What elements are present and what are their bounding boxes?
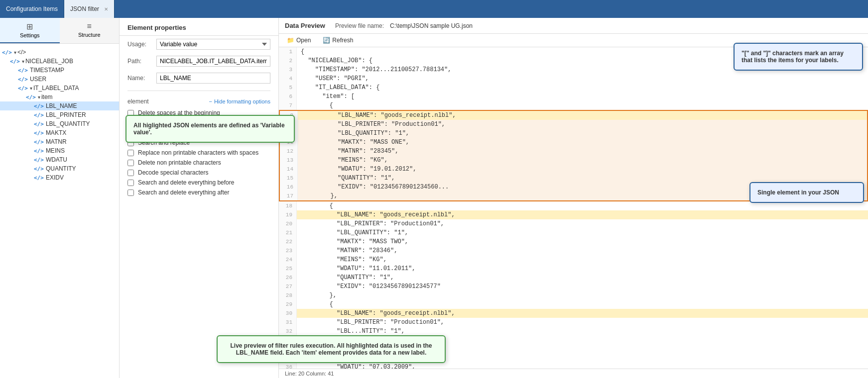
line-num-14: 14 — [280, 165, 298, 174]
refresh-button[interactable]: 🔄 Refresh — [321, 36, 355, 45]
line-content-21: "LBL_QUANTITY": "1", — [297, 228, 408, 237]
tree-item-meins[interactable]: </>MEINS — [0, 146, 119, 155]
line-content-23: "MATNR": "28346", — [297, 246, 397, 255]
line-num-30: 30 — [279, 309, 297, 318]
line-num-13: 13 — [280, 156, 298, 165]
tree-item-nicelabel-job[interactable]: </>▾NICELABEL_JOB — [0, 57, 119, 66]
tree-item-lbl-name[interactable]: </>LBL_NAME — [0, 101, 119, 110]
tree-item-timestamp[interactable]: </>TIMESTAMP — [0, 66, 119, 75]
tab-json-filter[interactable]: JSON filter ✕ — [64, 0, 115, 18]
line-num-25: 25 — [279, 264, 297, 273]
tree-item-item[interactable]: </>▾item — [0, 93, 119, 101]
expand-icon-it-label-data[interactable]: ▾ — [30, 86, 32, 91]
tree-item-lbl-quantity[interactable]: </>LBL_QUANTITY — [0, 119, 119, 128]
tab-structure[interactable]: ≡ Structure — [60, 18, 120, 43]
tree-label-meins: MEINS — [46, 147, 65, 154]
tree-item-it-label-data[interactable]: </>▾IT_LABEL_DATA — [0, 84, 119, 93]
code-line-28: 28 }, — [279, 291, 868, 300]
line-content-30: "LBL_NAME": "goods_receipt.nlbl", — [297, 309, 455, 318]
preview-header: Data Preview Preview file name: C:\temp\… — [279, 18, 868, 34]
element-properties-title: Element properties — [120, 18, 278, 36]
usage-group: Usage: Variable value Fixed value None — [120, 36, 278, 53]
line-content-8: "LBL_NAME": "goods_receipt.nlbl", — [298, 111, 456, 120]
line-num-2: 2 — [279, 56, 297, 65]
tab-settings[interactable]: ⊞ Settings — [0, 18, 60, 43]
tag-icon-item: </> — [26, 94, 36, 100]
code-line-29: 29 { — [279, 300, 868, 309]
line-num-29: 29 — [279, 300, 297, 309]
code-area[interactable]: 1{2 "NICELABEL_JOB": {3 "TIMESTAMP": "20… — [279, 47, 868, 369]
tree-item-exidv[interactable]: </>EXIDV — [0, 173, 119, 182]
checkbox-label-search-delete-after: Search and delete everything after — [138, 189, 229, 196]
name-label: Name: — [127, 75, 152, 82]
checkbox-search-delete-before[interactable] — [127, 180, 134, 186]
tab-config-items[interactable]: Configuration Items — [0, 0, 64, 18]
hide-formatting-label: Hide formatting options — [214, 98, 270, 104]
tree-item-quantity[interactable]: </>QUANTITY — [0, 164, 119, 173]
settings-icon: ⊞ — [26, 22, 33, 31]
checkbox-replace-non-printable-spaces[interactable] — [127, 150, 134, 156]
tree-item-user[interactable]: </>USER — [0, 75, 119, 84]
path-input[interactable] — [156, 56, 270, 67]
line-num-21: 21 — [279, 228, 297, 237]
checkbox-row-delete-non-printable: Delete non printable characters — [120, 158, 278, 168]
line-content-9: "LBL_PRINTER": "Production01", — [298, 120, 445, 129]
tree-item-lbl-printer[interactable]: </>LBL_PRINTER — [0, 110, 119, 119]
line-num-19: 19 — [279, 210, 297, 219]
open-button[interactable]: 📁 Open — [285, 36, 313, 45]
name-input[interactable] — [156, 73, 270, 84]
code-line-8: 8 "LBL_NAME": "goods_receipt.nlbl", — [279, 110, 868, 120]
main-wrapper: ⊞ Settings ≡ Structure </>▾</></>▾NICELA… — [0, 18, 868, 378]
tree-item-wdatu[interactable]: </>WDATU — [0, 155, 119, 164]
line-content-14: "WDATU": "19.01.2012", — [298, 165, 416, 174]
expand-icon-item[interactable]: ▾ — [38, 94, 40, 100]
callout-highlighted: All higlighted JSON elements are defined… — [125, 115, 295, 143]
tree-item-root[interactable]: </>▾</> — [0, 48, 119, 57]
line-content-28: }, — [297, 291, 337, 300]
checkbox-search-delete-after[interactable] — [127, 189, 134, 196]
callout-single-element: Single element in your JSON — [749, 182, 864, 203]
code-line-11: 11 "MAKTX": "MASS ONE", — [279, 138, 868, 147]
tag-icon-maktx: </> — [34, 130, 44, 136]
code-line-12: 12 "MATNR": "28345", — [279, 147, 868, 156]
callout-array-text: "[" and "]" characters mark an array tha… — [742, 50, 844, 64]
tree-label-maktx: MAKTX — [46, 129, 66, 136]
hide-formatting-btn[interactable]: − Hide formatting options — [209, 98, 270, 104]
code-line-9: 9 "LBL_PRINTER": "Production01", — [279, 120, 868, 129]
usage-select[interactable]: Variable value Fixed value None — [156, 39, 270, 50]
checkbox-decode-special[interactable] — [127, 170, 134, 176]
checkbox-delete-non-printable[interactable] — [127, 160, 134, 166]
line-content-7: { — [297, 101, 333, 110]
checkbox-label-delete-non-printable: Delete non printable characters — [138, 159, 221, 166]
left-panel-tabs: ⊞ Settings ≡ Structure — [0, 18, 119, 44]
line-content-12: "MATNR": "28345", — [298, 147, 398, 156]
line-num-22: 22 — [279, 237, 297, 246]
tab-close-icon[interactable]: ✕ — [104, 6, 108, 12]
callout-single-element-text: Single element in your JSON — [757, 189, 839, 196]
tree-label-root: </> — [17, 49, 26, 56]
line-content-15: "QUANTITY": "1", — [298, 174, 395, 183]
tree-item-maktx[interactable]: </>MAKTX — [0, 128, 119, 137]
open-label: Open — [296, 37, 311, 44]
code-line-15: 15 "QUANTITY": "1", — [279, 174, 868, 183]
tree-label-it-label-data: IT_LABEL_DATA — [33, 85, 79, 92]
line-content-19: "LBL_NAME": "goods_receipt.nlbl", — [297, 210, 455, 219]
tree-item-matnr[interactable]: </>MATNR — [0, 137, 119, 146]
line-content-31: "LBL_PRINTER": "Production01", — [297, 318, 444, 327]
line-num-32: 32 — [279, 327, 297, 336]
tag-icon-it-label-data: </> — [18, 85, 28, 92]
line-content-25: "WDATU": "11.01.2011", — [297, 264, 415, 273]
callout-highlighted-text: All higlighted JSON elements are defined… — [133, 122, 285, 136]
tree-label-lbl-quantity: LBL_QUANTITY — [46, 120, 90, 127]
expand-icon-nicelabel-job[interactable]: ▾ — [22, 59, 24, 64]
expand-icon-root[interactable]: ▾ — [14, 50, 16, 55]
line-content-3: "TIMESTAMP": "2012...21100527.788134", — [297, 65, 451, 74]
callout-array-info: "[" and "]" characters mark an array tha… — [734, 43, 863, 71]
line-num-12: 12 — [280, 147, 298, 156]
line-num-16: 16 — [280, 183, 298, 191]
checkbox-label-decode-special: Decode special characters — [138, 169, 208, 176]
line-num-36: 36 — [279, 363, 297, 369]
line-content-4: "USER": "PGRI", — [297, 74, 369, 83]
section-header: element − Hide formatting options — [120, 95, 278, 108]
code-line-26: 26 "QUANTITY": "1", — [279, 273, 868, 282]
